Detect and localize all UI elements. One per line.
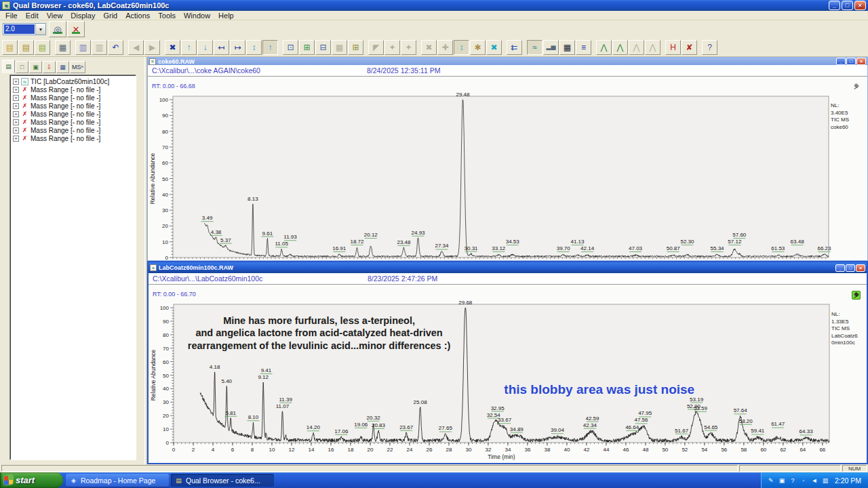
clear-chromatogram-button[interactable]: ✕	[67, 21, 85, 37]
peak-clear-button[interactable]: ⋀	[645, 40, 660, 55]
combo-dropdown-icon[interactable]: ▼	[35, 24, 45, 35]
print-button[interactable]: ▦	[55, 40, 71, 55]
panel-maximize-button[interactable]: □	[846, 264, 855, 272]
panel-close-button[interactable]: ×	[856, 264, 865, 272]
spectrum-view-button[interactable]: ▂▅	[543, 40, 559, 55]
expand-icon[interactable]: +	[13, 136, 19, 142]
scale-y-up-button[interactable]: ↑	[181, 40, 197, 55]
next-view-button[interactable]: ▶	[144, 40, 160, 55]
reset-scale-button[interactable]: ✖	[165, 40, 180, 55]
pin-icon[interactable]	[852, 83, 861, 92]
menu-edit[interactable]: Edit	[22, 12, 43, 20]
menu-display[interactable]: Display	[66, 12, 99, 20]
menu-window[interactable]: Window	[180, 12, 214, 20]
expand-icon[interactable]: +	[13, 95, 19, 101]
tree-item-mass-range-7[interactable]: +✗Mass Range [- no file -]	[13, 135, 134, 142]
active-pin-icon[interactable]	[852, 291, 861, 300]
panel-title-bar-coke60[interactable]: ≈ coke60.RAW _ □ ×	[148, 58, 867, 65]
tab-cell-info[interactable]: ▤	[2, 60, 15, 73]
zoom-chromatogram-button[interactable]: ◎	[49, 21, 66, 37]
pin-cell-button[interactable]: ◤	[368, 40, 384, 55]
tab-sort[interactable]: ⇩	[43, 61, 56, 73]
map-view-button[interactable]: ▦	[559, 40, 575, 55]
tree-item-mass-range-6[interactable]: +✗Mass Range [- no file -]	[13, 127, 134, 134]
menu-file[interactable]: File	[1, 12, 22, 20]
help-button[interactable]: ?	[702, 40, 717, 55]
expand-icon[interactable]: +	[13, 119, 19, 125]
apply-to-all-button[interactable]: ✦	[401, 40, 416, 55]
app-title-bar[interactable]: ≈ Qual Browser - coke60, LabCoatz60min10…	[0, 0, 868, 11]
paste-button[interactable]: ▥	[92, 40, 107, 55]
peak-detect-all-button[interactable]: ⋀	[612, 40, 628, 55]
maximize-cell-button[interactable]: ✖	[421, 40, 437, 55]
normalize-0-100-button[interactable]: ↑	[262, 40, 278, 55]
cell-layout-button[interactable]: ⊟	[315, 40, 331, 55]
open-result-file-button[interactable]: ▤	[18, 40, 34, 55]
display-tray-icon[interactable]: ▣	[778, 477, 786, 484]
open-raw-file-button[interactable]: ▤	[2, 40, 18, 55]
tree-item-mass-range-1[interactable]: +✗Mass Range [- no file -]	[13, 86, 134, 94]
scale-y-down-button[interactable]: ↓	[197, 40, 213, 55]
expand-icon[interactable]: +	[13, 111, 19, 117]
expand-icon[interactable]: +	[13, 103, 19, 109]
zoom-combo[interactable]: 2.0 ▼	[3, 23, 46, 35]
maximize-button[interactable]: □	[842, 1, 853, 10]
menu-view[interactable]: View	[43, 12, 67, 20]
panel-minimize-button[interactable]: _	[836, 58, 846, 65]
previous-view-button[interactable]: ◀	[128, 40, 144, 55]
tree-item-mass-range-5[interactable]: +✗Mass Range [- no file -]	[13, 119, 134, 126]
add-cell-button[interactable]: ⊞	[348, 40, 363, 55]
task-qual-browser[interactable]: ▤Qual Browser - coke6...	[171, 474, 274, 487]
tree-item-mass-range-4[interactable]: +✗Mass Range [- no file -]	[13, 110, 134, 118]
task-roadmap[interactable]: ◈Roadmap - Home Page	[66, 474, 169, 487]
expand-icon[interactable]: +	[13, 127, 19, 134]
minimize-button[interactable]: _	[829, 1, 840, 10]
insert-cell-button[interactable]: ▦	[332, 40, 347, 55]
close-button[interactable]: ×	[854, 1, 866, 10]
panel-title-bar-labcoatz[interactable]: ≈ LabCoatz60min100c.RAW _ □ ×	[149, 262, 867, 273]
menu-grid[interactable]: Grid	[99, 12, 121, 20]
open-layout-button[interactable]: ▤	[35, 40, 50, 55]
peak-detect-button[interactable]: ⋀	[596, 40, 612, 55]
menu-help[interactable]: Help	[214, 12, 238, 20]
expand-icon[interactable]: +	[13, 79, 19, 85]
help-tray-icon[interactable]: ?	[789, 477, 797, 484]
scan-list-button[interactable]: ≡	[576, 40, 591, 55]
pen-tray-icon[interactable]: ✎	[767, 477, 775, 484]
restore-cells-button[interactable]: ✚	[437, 40, 453, 55]
tab-grid[interactable]: ▦	[56, 61, 69, 73]
tree-item-mass-range-3[interactable]: +✗Mass Range [- no file -]	[13, 102, 134, 110]
cell-grid-button[interactable]: ⊞	[299, 40, 315, 55]
panel-minimize-button[interactable]: _	[835, 264, 845, 272]
hide-icons-chevron[interactable]: ◄	[810, 477, 818, 484]
delete-cell-button[interactable]: ✖	[486, 40, 502, 55]
subtract-background-button[interactable]: H	[665, 40, 681, 55]
apply-to-cell-button[interactable]: ✦	[384, 40, 400, 55]
tab-ms[interactable]: MSⁿ	[70, 61, 85, 73]
chart-area-coke60[interactable]: 0102030405060708090100Relative Abundance…	[148, 77, 867, 260]
pan-left-button[interactable]: ↤	[214, 40, 229, 55]
tree-item-tic[interactable]: +≈TIC [LabCoatz60min100c]	[13, 78, 134, 85]
chart-area-labcoatz[interactable]: 0102030405060708090100Relative Abundance…	[149, 285, 867, 463]
panel-maximize-button[interactable]: □	[846, 58, 856, 65]
network-tray-icon[interactable]: ▥	[821, 477, 829, 484]
tab-file-info[interactable]: □	[16, 61, 28, 73]
chromatogram-view-button[interactable]: ≈	[527, 40, 542, 55]
menu-tools[interactable]: Tools	[154, 12, 180, 20]
menu-actions[interactable]: Actions	[121, 12, 154, 20]
tab-report[interactable]: ▣	[29, 61, 42, 73]
panel-close-button[interactable]: ×	[856, 58, 866, 65]
peak-undo-button[interactable]: ⋀	[629, 40, 644, 55]
expand-icon[interactable]: +	[13, 87, 19, 93]
autorange-y-button[interactable]: ↕	[246, 40, 262, 55]
start-button[interactable]: start	[0, 472, 63, 488]
update-tray-icon[interactable]: ◦	[800, 477, 808, 484]
copy-button[interactable]: ▥	[75, 40, 91, 55]
split-cell-button[interactable]: ↕	[454, 40, 469, 55]
import-trace-button[interactable]: ⇇	[507, 40, 522, 55]
tree-item-mass-range-2[interactable]: +✗Mass Range [- no file -]	[13, 94, 134, 102]
pan-right-button[interactable]: ↦	[230, 40, 245, 55]
mass-flags-button[interactable]: ✘	[682, 40, 697, 55]
display-options-button[interactable]: ⊡	[283, 40, 298, 55]
grab-cell-button[interactable]: ✱	[470, 40, 486, 55]
